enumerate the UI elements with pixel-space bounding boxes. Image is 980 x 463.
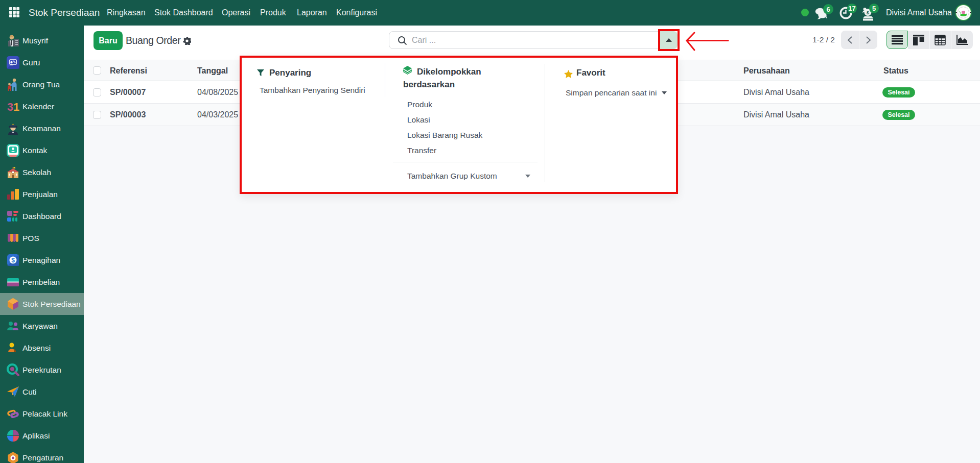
svg-text:1: 1: [13, 101, 19, 113]
svg-text:$: $: [11, 257, 15, 264]
svg-text:3: 3: [7, 101, 13, 113]
svg-text:$: $: [867, 10, 869, 15]
